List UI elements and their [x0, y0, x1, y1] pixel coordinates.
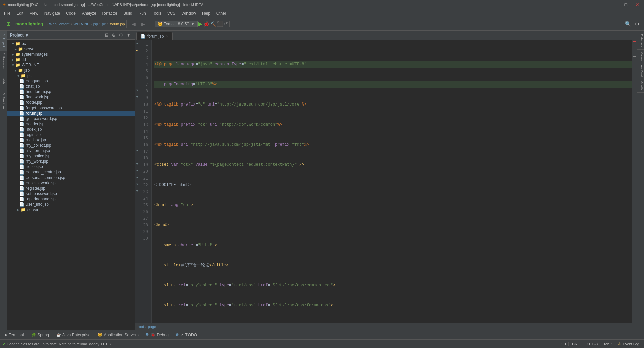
search-everywhere-button[interactable]: 🔍	[625, 21, 631, 27]
breadcrumb-root[interactable]: root	[138, 325, 144, 329]
tree-file-top-daohang[interactable]: 📄 top_daohang.jsp	[7, 196, 135, 202]
tree-file-find-work[interactable]: 📄 find_work.jsp	[7, 94, 135, 100]
code-editor[interactable]: <%@ page language="java" contentType="te…	[152, 40, 632, 323]
maximize-button[interactable]: □	[623, 1, 629, 8]
arrow-icon: ▼	[17, 74, 20, 78]
gradle-panel-toggle[interactable]: Gradle	[637, 79, 644, 93]
status-encoding[interactable]: UTF-8	[585, 342, 600, 346]
tab-forum-jsp[interactable]: 📄 forum.jsp ✕	[136, 32, 173, 40]
breadcrumb-pc[interactable]: pc	[102, 22, 106, 26]
maven-panel-toggle[interactable]: Maven	[637, 50, 644, 63]
menu-refactor[interactable]: Refactor	[100, 10, 120, 16]
debug-tab[interactable]: 5: 🐞 Debug	[143, 331, 172, 339]
forward-button[interactable]: ▶	[139, 20, 148, 28]
tree-file-header[interactable]: 📄 header.jsp	[7, 121, 135, 127]
tree-file-publish-work[interactable]: 📄 publish_work.jsp	[7, 180, 135, 186]
web-panel-toggle[interactable]: Web	[0, 71, 7, 91]
line-num-2: 2	[140, 48, 149, 54]
ant-build-panel-toggle[interactable]: Ant Build	[637, 63, 644, 79]
tree-folder-jsp[interactable]: ▼ 📁 jsp	[7, 68, 135, 73]
spring-tab[interactable]: 🌿 Spring	[28, 331, 52, 339]
breadcrumb-page[interactable]: page	[148, 325, 156, 329]
database-panel-toggle[interactable]: Database	[637, 32, 644, 50]
tree-file-set-password[interactable]: 📄 set_password.jsp	[7, 191, 135, 196]
build-button[interactable]: 🔨	[210, 21, 216, 27]
tree-file-login[interactable]: 📄 login.jsp	[7, 132, 135, 137]
tree-folder-pc-sub[interactable]: ▼ 📁 pc	[7, 73, 135, 78]
status-position[interactable]: 1:1	[559, 342, 569, 346]
tree-file-mailbox[interactable]: 📄 mailbox.jsp	[7, 137, 135, 143]
breadcrumb-forumjsp[interactable]: forum.jsp	[110, 22, 125, 26]
menu-analyze[interactable]: Analyze	[79, 10, 99, 16]
stop-button[interactable]: ⬛	[217, 21, 223, 27]
tree-file-find-forum[interactable]: 📄 find_forum.jsp	[7, 89, 135, 94]
menu-help[interactable]: Help	[199, 10, 213, 16]
breadcrumb-webinf[interactable]: WEB-INF	[73, 22, 89, 26]
line-num-4: 4	[140, 61, 149, 68]
tree-folder-server-sub[interactable]: ► 📁 server	[7, 207, 135, 212]
breadcrumb-webcontent[interactable]: WebContent	[49, 22, 69, 26]
tree-file-my-forum[interactable]: 📄 my_forum.jsp	[7, 148, 135, 153]
tree-file-personal-common[interactable]: 📄 personal_common.jsp	[7, 175, 135, 180]
gutter-line-2: ●	[135, 48, 140, 54]
breadcrumb-jsp[interactable]: jsp	[93, 22, 98, 26]
menu-build[interactable]: Build	[121, 10, 135, 16]
tree-file-my-notice[interactable]: 📄 my_notice.jsp	[7, 153, 135, 159]
tree-folder-systemimages[interactable]: ► 📁 systemImages	[7, 52, 135, 57]
favorites-panel-toggle[interactable]: 2: Favorites	[0, 51, 7, 71]
menu-file[interactable]: File	[1, 10, 13, 16]
menu-run[interactable]: Run	[136, 10, 149, 16]
project-panel-toggle[interactable]: 1: Project	[0, 31, 7, 51]
terminal-tab[interactable]: ▶ Terminal	[1, 331, 27, 339]
minimize-button[interactable]: ─	[611, 1, 619, 8]
tree-file-register[interactable]: 📄 register.jsp	[7, 186, 135, 191]
settings-button[interactable]: ⚙	[633, 20, 641, 28]
tree-file-index[interactable]: 📄 index.jsp	[7, 127, 135, 132]
tree-file-personal-centre[interactable]: 📄 personal_centre.jsp	[7, 169, 135, 175]
tree-file-my-collect[interactable]: 📄 my_collect.jsp	[7, 143, 135, 148]
project-options-button[interactable]: ▼	[125, 32, 132, 38]
encoding-label: UTF-8	[587, 342, 598, 346]
event-log-section[interactable]: ⚠ Event Log	[616, 342, 641, 346]
project-settings-button[interactable]: ⚙	[118, 32, 124, 38]
debug-button[interactable]: 🐞	[203, 21, 210, 27]
collapse-all-button[interactable]: ⊟	[104, 32, 110, 38]
structure-panel-toggle[interactable]: 3: Structure	[0, 91, 7, 111]
menu-view[interactable]: View	[27, 10, 41, 16]
tree-folder-webinf[interactable]: ▼ 📁 WEB-INF	[7, 62, 135, 68]
back-button[interactable]: ◀	[129, 20, 138, 28]
project-structure-button[interactable]: ⊞	[4, 20, 13, 28]
tree-file-forum[interactable]: 📄 forum.jsp	[7, 111, 135, 116]
menu-vcs[interactable]: VCS	[165, 10, 178, 16]
tree-file-user-info[interactable]: 📄 user_info.jsp	[7, 202, 135, 207]
tree-file-notice[interactable]: 📄 notice.jsp	[7, 164, 135, 169]
menu-edit[interactable]: Edit	[14, 10, 26, 16]
menu-window[interactable]: Window	[179, 10, 199, 16]
tab-close-button[interactable]: ✕	[166, 34, 168, 38]
menu-code[interactable]: Code	[63, 10, 78, 16]
tree-folder-tld[interactable]: ► 📁 tld	[7, 57, 135, 62]
java-enterprise-tab[interactable]: ☕ Java Enterprise	[53, 331, 94, 339]
run-button[interactable]: ▶	[198, 21, 202, 27]
tree-file-get-password[interactable]: 📄 get_password.jsp	[7, 116, 135, 121]
close-button[interactable]: ✕	[633, 1, 641, 8]
tree-file-footer[interactable]: 📄 footer.jsp	[7, 100, 135, 105]
todo-tab[interactable]: 6: ✔ TODO	[173, 331, 200, 339]
tree-folder-pc[interactable]: ▼ 📁 pc	[7, 41, 135, 46]
file-icon: 📄	[19, 84, 24, 89]
menu-tools[interactable]: Tools	[149, 10, 164, 16]
tree-folder-server[interactable]: ► 📁 server	[7, 46, 135, 52]
tree-file-my-work[interactable]: 📄 my_work.jsp	[7, 159, 135, 164]
reload-button[interactable]: ↺	[224, 21, 228, 27]
tree-file-banquan[interactable]: 📄 banquan.jsp	[7, 78, 135, 84]
application-servers-tab[interactable]: 🐱 Application Servers	[94, 331, 142, 339]
status-line-ending[interactable]: CRLF	[570, 342, 584, 346]
menu-navigate[interactable]: Navigate	[42, 10, 63, 16]
scroll-to-file-button[interactable]: ⊕	[111, 32, 117, 38]
tomcat-selector[interactable]: 🐱 Tomcat 8.0.50 ▼	[155, 21, 198, 27]
tree-file-chat[interactable]: 📄 chat.jsp	[7, 84, 135, 89]
status-message: Loaded classes are up to date. Nothing t…	[7, 342, 111, 346]
menu-other[interactable]: Other	[214, 10, 229, 16]
status-indent[interactable]: Tab ↑	[601, 342, 614, 346]
tree-file-forget-password[interactable]: 📄 forget_password.jsp	[7, 105, 135, 111]
